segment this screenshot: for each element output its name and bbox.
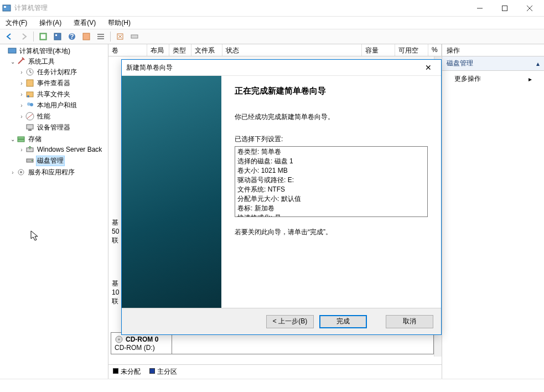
- actions-section-disk[interactable]: 磁盘管理 ▴: [442, 56, 544, 71]
- tree-shared-folders[interactable]: ›共享文件夹: [18, 89, 108, 99]
- tree-local-users[interactable]: ›本地用户和组: [18, 100, 108, 110]
- setting-line: 文件系统: NTFS: [237, 185, 425, 194]
- wizard-cancel-button[interactable]: 取消: [386, 315, 433, 328]
- tree-device-manager[interactable]: 设备管理器: [18, 122, 108, 132]
- svg-rect-26: [27, 125, 33, 129]
- tree-services[interactable]: ›服务和应用程序: [9, 167, 108, 177]
- minimize-button[interactable]: [467, 0, 492, 17]
- text: 基: [112, 218, 120, 227]
- text: 基: [112, 279, 120, 288]
- chevron-right-icon: ›: [18, 91, 25, 97]
- tree-label: 性能: [36, 112, 51, 121]
- col-volume[interactable]: 卷: [108, 44, 147, 56]
- menu-bar: 文件(F) 操作(A) 查看(V) 帮助(H): [0, 17, 544, 29]
- legend-label: 未分配: [121, 368, 141, 375]
- toolbar-help-button[interactable]: ?: [66, 30, 78, 43]
- wizard-sidebar-image: [122, 76, 221, 308]
- statusbar: [0, 379, 544, 392]
- event-icon: [25, 79, 34, 87]
- toolbar-settings[interactable]: [114, 30, 126, 43]
- setting-line: 快速格式化: 是: [237, 213, 425, 217]
- volume-list-header: 卷 布局 类型 文件系统 状态 容量 可用空间 %: [108, 44, 442, 56]
- toolbar-extra[interactable]: [128, 30, 141, 43]
- window-titlebar: 计算机管理: [0, 0, 544, 17]
- col-capacity[interactable]: 容量: [362, 44, 395, 56]
- wizard-heading: 正在完成新建简单卷向导: [235, 86, 428, 96]
- cdrom-panel[interactable]: CD-ROM 0 CD-ROM (D:): [111, 333, 172, 354]
- wizard-close-message: 若要关闭此向导，请单击“完成”。: [235, 227, 428, 237]
- chevron-right-icon: ›: [18, 147, 25, 153]
- chevron-right-icon: ›: [18, 102, 25, 109]
- svg-rect-15: [97, 38, 104, 39]
- svg-point-36: [118, 339, 120, 341]
- col-status[interactable]: 状态: [222, 44, 362, 56]
- legend-unallocated: 未分配: [113, 367, 141, 376]
- tree-label: 磁盘管理: [36, 156, 65, 166]
- close-button[interactable]: [517, 0, 542, 17]
- menu-action[interactable]: 操作(A): [37, 17, 64, 29]
- actions-header: 操作: [442, 44, 544, 56]
- col-fs[interactable]: 文件系统: [191, 44, 222, 56]
- clock-icon: [25, 68, 34, 76]
- nav-forward-button[interactable]: [18, 30, 30, 43]
- disk-icon: [25, 156, 34, 165]
- wizard-titlebar: 新建简单卷向导 ✕: [122, 60, 441, 75]
- svg-text:?: ?: [70, 33, 74, 40]
- tree-storage[interactable]: ⌄ 存储: [9, 134, 108, 144]
- actions-section-label: 磁盘管理: [447, 59, 473, 68]
- maximize-button[interactable]: [492, 0, 517, 17]
- nav-back-button[interactable]: [3, 30, 15, 43]
- wizard-settings-list[interactable]: 卷类型: 简单卷 选择的磁盘: 磁盘 1 卷大小: 1021 MB 驱动器号或路…: [235, 146, 428, 217]
- cdrom-volume-area[interactable]: [172, 333, 433, 354]
- tree-label: 任务计划程序: [36, 68, 78, 77]
- computer-icon: [8, 47, 17, 55]
- wizard-finish-button[interactable]: 完成: [319, 315, 367, 328]
- tree-label: 计算机管理(本地): [18, 47, 71, 56]
- toolbar-show-hide[interactable]: [37, 30, 49, 43]
- wizard-done-message: 你已经成功完成新建简单卷向导。: [235, 112, 428, 122]
- setting-line: 选择的磁盘: 磁盘 1: [237, 157, 425, 166]
- toolbar-list-view[interactable]: [95, 30, 107, 43]
- toolbar-properties[interactable]: [51, 30, 64, 43]
- app-icon: [2, 4, 11, 13]
- tree-disk-management[interactable]: 磁盘管理: [18, 156, 108, 166]
- svg-rect-29: [18, 140, 24, 142]
- svg-rect-12: [83, 33, 90, 40]
- tree-task-scheduler[interactable]: ›任务计划程序: [18, 67, 108, 77]
- folder-share-icon: [25, 90, 34, 99]
- tree-label: 共享文件夹: [36, 90, 71, 99]
- tree-system-tools[interactable]: ⌄ 系统工具: [9, 56, 108, 66]
- chevron-right-icon: ▸: [529, 75, 532, 83]
- wizard-close-button[interactable]: ✕: [420, 63, 437, 72]
- backup-icon: [25, 145, 34, 154]
- storage-icon: [17, 135, 25, 143]
- menu-file[interactable]: 文件(F): [3, 17, 29, 29]
- menu-view[interactable]: 查看(V): [71, 17, 98, 29]
- wizard-back-button[interactable]: < 上一步(B): [266, 315, 314, 328]
- toolbar-refresh[interactable]: [80, 30, 92, 43]
- col-type[interactable]: 类型: [169, 44, 191, 56]
- tree-label: 事件查看器: [36, 79, 71, 88]
- col-pct[interactable]: %: [428, 44, 442, 56]
- col-layout[interactable]: 布局: [147, 44, 169, 56]
- svg-point-32: [32, 160, 33, 161]
- actions-pane: 操作 磁盘管理 ▴ 更多操作 ▸: [442, 44, 544, 379]
- setting-line: 驱动器号或路径: E:: [237, 176, 425, 185]
- tree-root[interactable]: 计算机管理(本地): [0, 46, 108, 56]
- tree-performance[interactable]: ›性能: [18, 111, 108, 121]
- window-title: 计算机管理: [14, 3, 467, 13]
- chevron-right-icon: ›: [18, 80, 25, 86]
- svg-rect-7: [41, 34, 45, 39]
- tree-wsb[interactable]: ›Windows Server Back: [18, 145, 108, 154]
- services-icon: [17, 168, 25, 177]
- svg-rect-1: [4, 6, 6, 8]
- svg-rect-20: [27, 80, 33, 86]
- text: 10: [112, 288, 120, 297]
- menu-help[interactable]: 帮助(H): [106, 17, 133, 29]
- text: 联: [112, 236, 120, 245]
- svg-point-22: [27, 95, 29, 97]
- tree-event-viewer[interactable]: ›事件查看器: [18, 78, 108, 88]
- actions-more[interactable]: 更多操作 ▸: [442, 71, 544, 87]
- col-free[interactable]: 可用空间: [395, 44, 428, 56]
- wizard-button-row: < 上一步(B) 完成 取消: [122, 308, 441, 334]
